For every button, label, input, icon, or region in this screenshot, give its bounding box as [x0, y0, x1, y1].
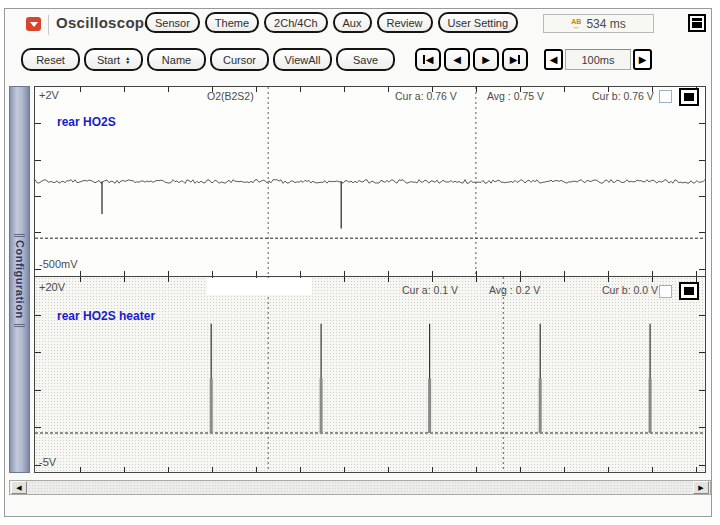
tick-mark [696, 467, 697, 472]
tick-mark [80, 87, 81, 92]
black-square-icon [684, 93, 694, 101]
tick-mark [35, 352, 41, 353]
review-button[interactable]: Review [377, 12, 433, 33]
tick-mark [696, 271, 697, 276]
channel-mode-button[interactable]: 2Ch/4Ch [264, 12, 327, 33]
tick-mark [564, 271, 565, 276]
sensor-button[interactable]: Sensor [145, 12, 200, 33]
tick-mark [652, 467, 653, 472]
scroll-right-button[interactable]: ▶ [693, 481, 709, 494]
avg-readout: Avg : 0.75 V [487, 90, 544, 102]
toolbar-button-row: Reset Start ▲▼ Name Cursor ViewAll Save [21, 48, 395, 72]
horizontal-scrollbar[interactable]: ◀ ▶ [9, 480, 711, 495]
tick-mark [256, 271, 257, 276]
tick-mark [520, 271, 521, 276]
save-button[interactable]: Save [336, 48, 395, 71]
ab-cursors-icon: AB↔ [571, 19, 581, 29]
tick-mark [476, 271, 477, 276]
timebase-decrease-button[interactable]: ◀ [544, 49, 563, 70]
tick-mark [124, 87, 125, 92]
signal-id-label: O2(B2S2) [207, 90, 254, 102]
tick-mark [35, 196, 41, 197]
viewall-button[interactable]: ViewAll [273, 48, 332, 71]
theme-button[interactable]: Theme [205, 12, 259, 33]
configuration-tab[interactable]: Configuration [9, 86, 30, 473]
right-triangle-icon: ▶ [510, 54, 518, 65]
tick-mark [699, 352, 705, 353]
scale-top-label: +20V [39, 281, 65, 293]
tick-mark [699, 123, 705, 124]
tick-mark [699, 160, 705, 161]
left-triangle-icon: ◀ [16, 484, 21, 491]
tick-mark [476, 467, 477, 472]
step-back-button[interactable]: ◀ [444, 48, 470, 71]
tick-mark [564, 277, 565, 282]
tick-mark [344, 271, 345, 276]
app-dropdown-icon[interactable] [26, 17, 41, 31]
timebase-increase-button[interactable]: ▶ [633, 49, 652, 70]
skip-to-start-button[interactable]: ◀ [415, 48, 441, 71]
start-button-label: Start [97, 54, 120, 66]
tick-mark [432, 277, 433, 282]
time-readout-value: 534 ms [586, 17, 625, 31]
start-button[interactable]: Start ▲▼ [84, 48, 143, 71]
grip-icon [14, 234, 25, 235]
tick-mark [652, 271, 653, 276]
tick-mark [520, 467, 521, 472]
page-title: Oscilloscope [56, 14, 153, 31]
tick-mark [344, 87, 345, 92]
tick-mark [388, 271, 389, 276]
black-square-icon [684, 287, 694, 295]
tick-mark [124, 271, 125, 276]
tick-mark [388, 87, 389, 92]
tick-mark [476, 87, 477, 92]
right-triangle-icon: ▶ [482, 54, 490, 65]
tick-mark [212, 467, 213, 472]
scale-bottom-label: -5V [39, 456, 56, 468]
skip-to-end-button[interactable]: ▶ [502, 48, 528, 71]
step-forward-button[interactable]: ▶ [473, 48, 499, 71]
channel-visibility-checkbox[interactable] [659, 285, 672, 298]
trace-name-label: rear HO2S [57, 115, 116, 129]
bar-icon [518, 55, 520, 64]
tick-mark [168, 467, 169, 472]
grip-icon [14, 324, 25, 325]
reset-button[interactable]: Reset [21, 48, 80, 71]
left-triangle-icon: ◀ [550, 54, 558, 65]
tick-mark [344, 277, 345, 282]
left-triangle-icon: ◀ [453, 54, 461, 65]
playback-controls: ◀ ◀ ▶ ▶ [415, 48, 528, 71]
name-button[interactable]: Name [147, 48, 206, 71]
aux-button[interactable]: Aux [333, 12, 372, 33]
channel-color-button[interactable] [679, 88, 699, 106]
tick-mark [608, 277, 609, 282]
waveform-plot-ch1[interactable] [35, 87, 705, 276]
cursor-button[interactable]: Cursor [210, 48, 269, 71]
cursor-b-readout: Cur b: 0.0 V [602, 284, 658, 296]
bar-icon [423, 55, 425, 64]
cursor-b-readout: Cur b: 0.76 V [592, 90, 654, 102]
menu-icon[interactable] [688, 14, 706, 32]
tick-mark [300, 467, 301, 472]
tick-mark [168, 87, 169, 92]
left-triangle-icon: ◀ [426, 54, 434, 65]
waveform-plot-ch2[interactable] [35, 277, 705, 472]
channel-color-button[interactable] [679, 282, 699, 300]
tick-mark [699, 269, 705, 270]
scroll-left-button[interactable]: ◀ [11, 481, 27, 494]
cursor-a-readout: Cur a: 0.1 V [402, 284, 458, 296]
user-setting-button[interactable]: User Setting [438, 12, 519, 33]
tick-mark [35, 390, 41, 391]
tick-mark [35, 427, 41, 428]
tick-mark [564, 467, 565, 472]
tick-mark [699, 427, 705, 428]
triangle-down-icon [30, 22, 38, 27]
title-separator [48, 15, 49, 35]
tick-mark [520, 277, 521, 282]
right-triangle-icon: ▶ [639, 54, 647, 65]
tick-mark [432, 271, 433, 276]
channel-visibility-checkbox[interactable] [659, 90, 672, 103]
tick-mark [652, 277, 653, 282]
cursor-time-readout: AB↔ 534 ms [543, 14, 654, 33]
tick-mark [256, 87, 257, 92]
